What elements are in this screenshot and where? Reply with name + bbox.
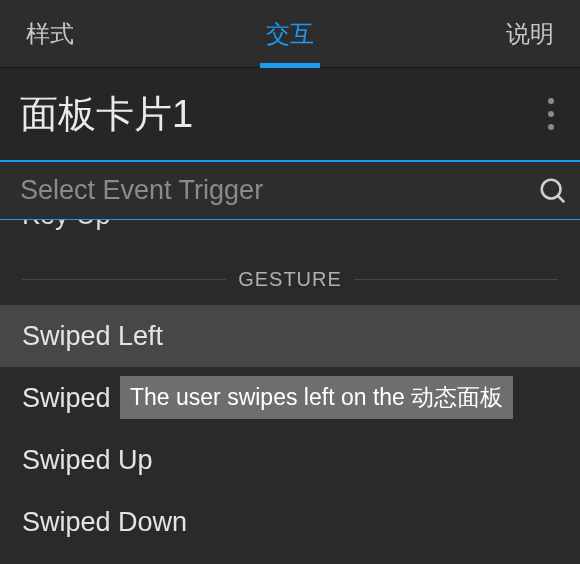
section-header-gesture: GESTURE xyxy=(0,268,580,291)
tab-interaction[interactable]: 交互 xyxy=(260,0,320,68)
list-item-swipe-left[interactable]: Swiped Left xyxy=(0,305,580,367)
top-tabbar: 样式 交互 说明 xyxy=(0,0,580,68)
svg-point-0 xyxy=(542,179,561,198)
panel-title: 面板卡片1 xyxy=(20,89,193,140)
svg-line-1 xyxy=(558,196,564,202)
more-icon[interactable] xyxy=(542,92,560,136)
list-item-swipe-right[interactable]: Swiped Right xyxy=(0,367,580,429)
list-item-swipe-up[interactable]: Swiped Up xyxy=(0,429,580,491)
search-icon[interactable] xyxy=(538,176,568,206)
tab-style[interactable]: 样式 xyxy=(20,0,80,68)
tab-notes[interactable]: 说明 xyxy=(500,0,560,68)
panel-title-row: 面板卡片1 xyxy=(0,68,580,162)
event-search-input[interactable] xyxy=(20,175,538,206)
list-item[interactable]: Key Up xyxy=(0,220,580,232)
event-list[interactable]: Key Up GESTURE Swiped Left Swiped Right … xyxy=(0,220,580,564)
list-item-swipe-down[interactable]: Swiped Down xyxy=(0,491,580,553)
section-label: GESTURE xyxy=(238,268,342,291)
event-search-row xyxy=(0,162,580,220)
